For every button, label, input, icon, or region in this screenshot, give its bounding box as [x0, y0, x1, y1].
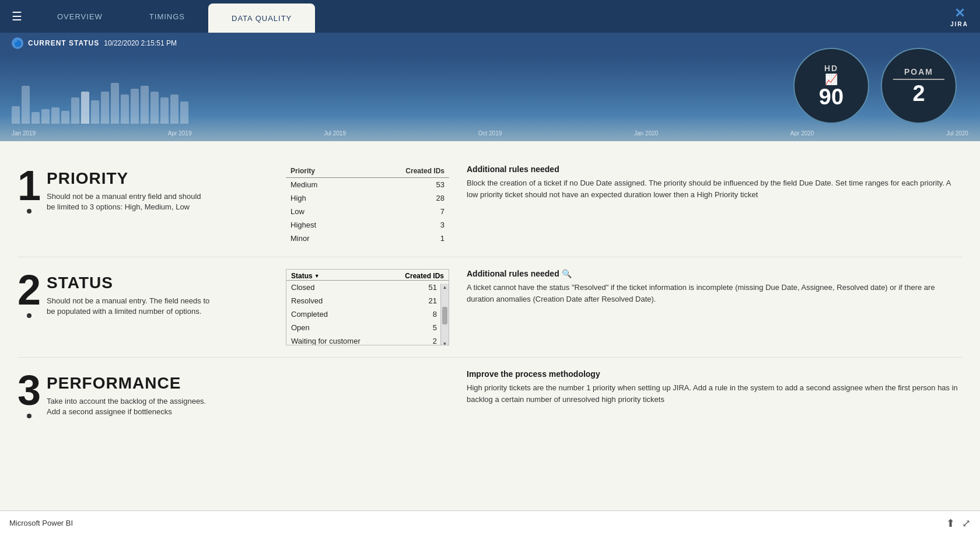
chart-bar: [141, 86, 149, 124]
poam-metric-circle: POAM 2: [881, 48, 957, 124]
share-icon[interactable]: ⬆: [946, 517, 955, 530]
jira-logo: ✕ JIRA: [939, 0, 980, 33]
scrollbar-track: ▲ ▼: [440, 284, 449, 345]
tab-data-quality[interactable]: DATA QUALITY: [208, 4, 315, 33]
performance-left: 3 PERFORMANCE Take into account the back…: [18, 369, 286, 418]
header-section: 🔵 CURRENT STATUS 10/22/2020 2:15:51 PM J…: [0, 33, 980, 141]
poam-value: 2: [912, 82, 925, 104]
status-table: Closed51Resolved21Completed8Open5Waiting…: [286, 281, 449, 345]
priority-row-label: Medium: [286, 178, 356, 192]
table-row: Open5: [286, 321, 449, 334]
priority-title-block: PRIORITY Should not be a manual entry fi…: [47, 165, 210, 212]
table-row: Completed8: [286, 307, 449, 321]
jira-label: JIRA: [950, 21, 968, 27]
tab-timings[interactable]: TIMINGS: [126, 0, 208, 33]
powerbi-actions: ⬆ ⤢: [946, 517, 971, 530]
status-row-label: Resolved: [286, 294, 410, 307]
priority-table-container: Priority Created IDs Medium53High28Low7H…: [286, 165, 449, 245]
performance-description: Take into account the backlog of the ass…: [47, 396, 210, 417]
chart-bar: [150, 92, 159, 124]
priority-row-label: Low: [286, 205, 356, 218]
status-rules-text: A ticket cannot have the status "Resolve…: [467, 282, 963, 305]
status-table-scroll[interactable]: Closed51Resolved21Completed8Open5Waiting…: [286, 281, 449, 345]
performance-rules-title: Improve the process methodology: [467, 369, 963, 379]
chart-bar: [121, 95, 129, 124]
priority-row-value: 3: [356, 218, 449, 232]
priority-row-label: Highest: [286, 218, 356, 232]
tab-overview[interactable]: OVERVIEW: [34, 0, 126, 33]
powerbi-label: Microsoft Power BI: [9, 519, 73, 527]
performance-rules: Improve the process methodology High pri…: [449, 369, 963, 405]
priority-section: 1 PRIORITY Should not be a manual entry …: [18, 153, 963, 257]
priority-col2-header: Created IDs: [356, 165, 449, 178]
status-row-label: Completed: [286, 307, 410, 321]
status-section: 2 STATUS Should not be a manual entry. T…: [18, 257, 963, 358]
status-icon: 🔵: [12, 37, 23, 49]
chart-bar: [101, 92, 109, 124]
content-sections: 1 PRIORITY Should not be a manual entry …: [0, 141, 980, 510]
status-row-label: Open: [286, 321, 410, 334]
status-title: STATUS: [47, 274, 210, 292]
table-row: Resolved21: [286, 294, 449, 307]
status-col1-header-wrap: Status ▼: [291, 272, 320, 280]
chart-bar: [111, 83, 119, 124]
performance-title-block: PERFORMANCE Take into account the backlo…: [47, 369, 210, 417]
status-col2-header: Created IDs: [405, 272, 444, 280]
performance-section: 3 PERFORMANCE Take into account the back…: [18, 358, 963, 430]
chart-label: Jan 2019: [12, 130, 36, 137]
priority-dot: [27, 209, 32, 214]
chart-label: Apr 2019: [168, 130, 192, 137]
chart-bar: [131, 89, 139, 124]
table-row: Closed51: [286, 281, 449, 294]
status-rules: Additional rules needed 🔍 A ticket canno…: [449, 269, 963, 305]
status-row-label: Closed: [286, 281, 410, 294]
chart-label: Jan 2020: [634, 130, 658, 137]
performance-number: 3: [18, 369, 41, 418]
performance-dot: [27, 414, 32, 418]
status-rules-title: Additional rules needed 🔍: [467, 269, 963, 278]
poam-label: POAM: [904, 67, 933, 76]
top-navigation-bar: ☰ OVERVIEW TIMINGS DATA QUALITY ✕ JIRA: [0, 0, 980, 33]
chart-bar: [71, 97, 79, 124]
hamburger-menu[interactable]: ☰: [0, 0, 34, 33]
table-row: High28: [286, 191, 449, 205]
chart-labels: Jan 2019Apr 2019Jul 2019Oct 2019Jan 2020…: [12, 130, 968, 137]
chart-label: Oct 2019: [478, 130, 502, 137]
priority-number: 1: [18, 165, 41, 214]
table-row: Waiting for customer2: [286, 334, 449, 345]
priority-row-value: 28: [356, 191, 449, 205]
priority-table: Priority Created IDs Medium53High28Low7H…: [286, 165, 449, 245]
priority-row-value: 1: [356, 232, 449, 245]
chart-bar: [81, 92, 89, 124]
powerbi-bar: Microsoft Power BI ⬆ ⤢: [0, 510, 980, 535]
scroll-thumb[interactable]: [442, 307, 447, 324]
priority-left: 1 PRIORITY Should not be a manual entry …: [18, 165, 286, 214]
chart-bar: [12, 106, 20, 124]
performance-title: PERFORMANCE: [47, 374, 210, 393]
chart-bar: [170, 95, 178, 124]
chart-label: Jul 2019: [324, 130, 346, 137]
scroll-up-arrow[interactable]: ▲: [441, 284, 449, 291]
status-table-header: Status ▼ Created IDs: [286, 270, 449, 281]
priority-col1-header: Priority: [286, 165, 356, 178]
status-sort-icon[interactable]: ▼: [314, 273, 320, 279]
scroll-down-arrow[interactable]: ▼: [441, 340, 449, 345]
status-left: 2 STATUS Should not be a manual entry. T…: [18, 269, 286, 318]
jira-x-icon: ✕: [954, 6, 965, 21]
hd-label: HD: [824, 64, 838, 73]
chart-bar: [22, 86, 30, 124]
nav-tabs-container: OVERVIEW TIMINGS DATA QUALITY: [34, 0, 939, 33]
poam-divider: [893, 79, 944, 80]
expand-icon[interactable]: ⤢: [962, 517, 971, 530]
priority-title: PRIORITY: [47, 169, 210, 188]
status-search-icon[interactable]: 🔍: [562, 269, 572, 278]
hd-metric-circle: HD 📈 90: [793, 48, 869, 124]
table-row: Highest3: [286, 218, 449, 232]
status-col2-header-wrap: Created IDs: [405, 272, 444, 280]
chart-bar: [61, 111, 69, 124]
chart-label: Apr 2020: [790, 130, 814, 137]
status-row-label: Waiting for customer: [286, 334, 410, 345]
chart-bar: [41, 109, 50, 124]
table-row: Low7: [286, 205, 449, 218]
performance-rules-text: High priority tickets are the number 1 p…: [467, 382, 963, 405]
